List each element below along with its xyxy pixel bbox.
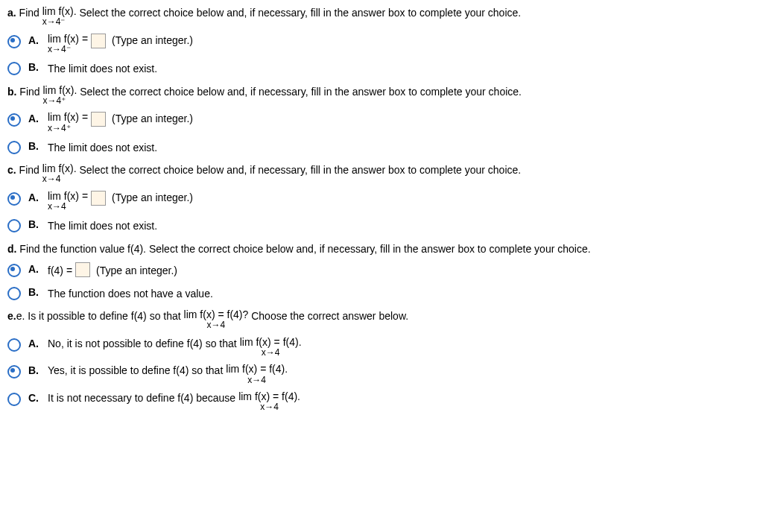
- radio-icon[interactable]: [7, 287, 21, 300]
- choice-c-A[interactable]: A. lim f(x) = x→4 (Type an integer.): [7, 191, 756, 212]
- radio-icon[interactable]: [7, 192, 21, 206]
- question-d: d. Find the function value f(4). Select …: [7, 242, 756, 302]
- radio-icon[interactable]: [7, 219, 21, 232]
- limit-expr: lim f(x). x→4: [42, 163, 77, 185]
- question-b: b. Find lim f(x). x→4⁺ Select the correc…: [7, 85, 756, 156]
- choice-d-A[interactable]: A. f(4) = (Type an integer.): [7, 262, 756, 279]
- prompt-b: b. Find lim f(x). x→4⁺ Select the correc…: [7, 85, 756, 107]
- choice-b-B[interactable]: B. The limit does not exist.: [7, 139, 756, 156]
- radio-icon[interactable]: [7, 264, 21, 277]
- limit-expr: lim f(x) = x→4⁺: [48, 112, 88, 133]
- prompt-e: e.e. Is it possible to define f(4) so th…: [7, 309, 756, 331]
- part-label: c.: [7, 164, 16, 176]
- choice-a-B[interactable]: B. The limit does not exist.: [7, 60, 756, 77]
- limit-expr: lim f(x). x→4⁻: [42, 6, 77, 28]
- radio-icon[interactable]: [7, 365, 21, 379]
- question-e: e.e. Is it possible to define f(4) so th…: [7, 309, 756, 412]
- choice-b-A[interactable]: A. lim f(x) = x→4⁺ (Type an integer.): [7, 112, 756, 133]
- choice-a-A[interactable]: A. lim f(x) = x→4⁻ (Type an integer.): [7, 34, 756, 55]
- part-label: a.: [7, 7, 16, 19]
- answer-input[interactable]: [75, 262, 90, 277]
- radio-icon[interactable]: [7, 393, 21, 406]
- radio-icon[interactable]: [7, 141, 21, 154]
- limit-expr: lim f(x) = x→4: [48, 191, 88, 212]
- answer-input[interactable]: [91, 191, 106, 206]
- radio-icon[interactable]: [7, 113, 21, 127]
- radio-icon[interactable]: [7, 62, 21, 75]
- choice-e-C[interactable]: C. It is not necessary to define f(4) be…: [7, 391, 756, 413]
- answer-input[interactable]: [91, 112, 106, 127]
- limit-expr: lim f(x) = f(4)? x→4: [184, 309, 249, 331]
- question-c: c. Find lim f(x). x→4 Select the correct…: [7, 163, 756, 235]
- question-a: a. Find lim f(x). x→4⁻ Select the correc…: [7, 6, 756, 77]
- answer-input[interactable]: [91, 34, 106, 48]
- radio-icon[interactable]: [7, 338, 21, 352]
- limit-expr: lim f(x). x→4⁺: [42, 85, 77, 107]
- radio-icon[interactable]: [7, 35, 21, 48]
- limit-expr: lim f(x) = f(4). x→4: [240, 337, 302, 358]
- choice-e-A[interactable]: A. No, it is not possible to define f(4)…: [7, 337, 756, 358]
- part-label: b.: [7, 86, 16, 98]
- choice-c-B[interactable]: B. The limit does not exist.: [7, 218, 756, 234]
- prompt-d: d. Find the function value f(4). Select …: [7, 242, 756, 257]
- prompt-c: c. Find lim f(x). x→4 Select the correct…: [7, 163, 756, 185]
- limit-expr: lim f(x) = f(4). x→4: [238, 391, 300, 413]
- limit-expr: lim f(x) = f(4). x→4: [226, 364, 288, 385]
- choice-d-B[interactable]: B. The function does not have a value.: [7, 285, 756, 302]
- limit-expr: lim f(x) = x→4⁻: [48, 34, 88, 55]
- choice-e-B[interactable]: B. Yes, it is possible to define f(4) so…: [7, 364, 756, 385]
- prompt-a: a. Find lim f(x). x→4⁻ Select the correc…: [7, 6, 756, 28]
